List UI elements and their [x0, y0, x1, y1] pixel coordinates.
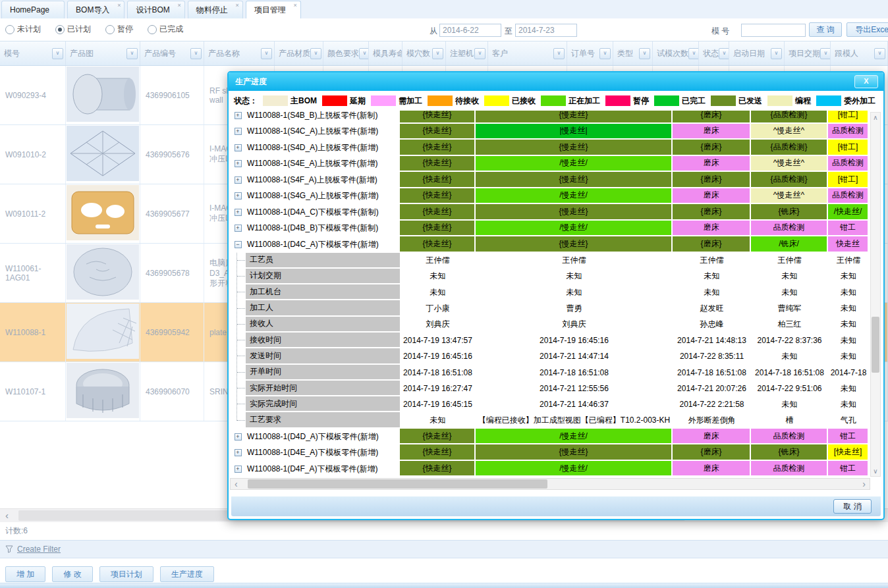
dialog-vertical-scrollbar[interactable]: ∧ ∨ — [870, 112, 881, 477]
search-button[interactable]: 查 询 — [809, 22, 842, 37]
column-header-9[interactable]: 注塑机∨ — [446, 41, 488, 65]
tree-row[interactable]: +W110088-1(D4F_A)下模板零件(新增){快走丝}/慢走丝/磨床品质… — [230, 461, 869, 477]
dialog-horizontal-scrollbar[interactable]: ‹ › — [230, 478, 870, 490]
radio-option-1[interactable]: 未计划 — [5, 24, 41, 35]
scroll-up-icon[interactable]: ∧ — [871, 114, 880, 121]
filter-dropdown-icon[interactable]: ∨ — [310, 48, 321, 59]
cancel-button[interactable]: 取 消 — [833, 499, 872, 514]
column-header-1[interactable]: 模号∨ — [0, 41, 66, 65]
filter-dropdown-icon[interactable]: ∨ — [474, 48, 486, 59]
tree-row[interactable]: +W110088-1(S4C_A)上脱板零件(新增){快走丝}|慢走丝|磨床^慢… — [230, 124, 869, 140]
column-header-2[interactable]: 产品图∨ — [66, 41, 140, 65]
column-header-6[interactable]: 颜色要求∨ — [323, 41, 369, 65]
expand-icon[interactable]: + — [235, 160, 242, 167]
tree-row[interactable]: +W110088-1(D4B_B)下模板零件(新制){快走丝}/慢走丝/磨床品质… — [230, 221, 869, 237]
expand-icon[interactable]: + — [235, 192, 242, 200]
radio-icon[interactable] — [5, 25, 14, 34]
filter-dropdown-icon[interactable]: ∨ — [553, 48, 565, 59]
create-filter-link[interactable]: Create Filter — [17, 545, 61, 554]
filter-dropdown-icon[interactable]: ∨ — [599, 48, 611, 59]
scroll-thumb[interactable] — [872, 317, 879, 373]
production-progress-button[interactable]: 生产进度 — [160, 566, 214, 582]
tree-row[interactable]: +W110088-1(D4E_A)下模板零件(新增){快走丝}{慢走丝}{磨床}… — [230, 444, 869, 461]
column-header-8[interactable]: 模穴数∨ — [402, 41, 446, 65]
tab-close-icon[interactable]: × — [235, 3, 238, 9]
filter-dropdown-icon[interactable]: ∨ — [719, 48, 729, 59]
add-button[interactable]: 增 加 — [5, 566, 45, 582]
filter-dropdown-icon[interactable]: ∨ — [874, 48, 885, 59]
column-header-16[interactable]: 项目交期∨ — [785, 41, 831, 65]
radio-icon[interactable] — [55, 25, 65, 34]
radio-icon[interactable] — [105, 25, 115, 34]
filter-dropdown-icon[interactable]: ∨ — [771, 48, 782, 59]
column-header-5[interactable]: 产品材质∨ — [275, 41, 323, 65]
column-header-13[interactable]: 试模次数∨ — [653, 41, 699, 65]
expand-icon[interactable]: + — [235, 128, 242, 135]
tab-3[interactable]: 设计BOM× — [127, 1, 184, 19]
scroll-right-icon[interactable]: › — [862, 479, 866, 489]
detail-value: 2014-7-22 8:37:36 — [751, 333, 828, 348]
detail-value: 2014-7-21 14:46:37 — [476, 396, 673, 412]
modify-button[interactable]: 修 改 — [52, 566, 92, 582]
expand-icon[interactable]: + — [235, 144, 242, 151]
tree-row[interactable]: −W110088-1(D4C_A)下模板零件(新增){快走丝}{慢走丝}{磨床}… — [230, 236, 869, 253]
column-header-10[interactable]: 客户∨ — [488, 41, 567, 65]
column-header-12[interactable]: 类型∨ — [613, 41, 653, 65]
tree-row[interactable]: +W110088-1(S4B_B)上脱板零件(新制){快走丝}{慢走丝}{磨床}… — [230, 111, 869, 124]
expand-icon[interactable]: + — [235, 209, 242, 216]
filter-dropdown-icon[interactable]: ∨ — [639, 48, 650, 59]
detail-value: 刘典庆 — [400, 317, 476, 333]
scroll-left-icon[interactable]: ‹ — [5, 509, 9, 521]
column-header-17[interactable]: 跟模人∨ — [831, 41, 888, 65]
filter-dropdown-icon[interactable]: ∨ — [359, 48, 369, 59]
tree-row[interactable]: +W110088-1(D4A_C)下模板零件(新制){快走丝}{慢走丝}{磨床}… — [230, 204, 869, 221]
tab-2[interactable]: BOM导入× — [67, 1, 125, 19]
close-icon[interactable]: X — [854, 75, 878, 88]
expand-icon[interactable]: + — [235, 466, 242, 473]
tab-close-icon[interactable]: × — [117, 3, 121, 9]
filter-dropdown-icon[interactable]: ∨ — [820, 48, 831, 59]
tab-4[interactable]: 物料停止× — [188, 1, 243, 19]
column-header-3[interactable]: 产品编号∨ — [140, 41, 204, 65]
expand-icon[interactable]: + — [235, 176, 242, 184]
column-header-11[interactable]: 订单号∨ — [567, 41, 613, 65]
expand-icon[interactable]: + — [235, 449, 242, 456]
expand-icon[interactable]: + — [235, 225, 242, 232]
date-to-input[interactable] — [515, 24, 577, 37]
expand-icon[interactable]: + — [235, 112, 242, 119]
mold-no-input[interactable] — [741, 24, 806, 37]
filter-dropdown-icon[interactable]: ∨ — [688, 48, 699, 59]
detail-value: 未知 — [828, 333, 869, 348]
column-header-4[interactable]: 产品名称∨ — [204, 41, 275, 65]
radio-icon[interactable] — [148, 25, 157, 34]
tab-1[interactable]: HomePage — [1, 1, 65, 19]
tree-row[interactable]: +W110088-1(D4D_A)下模板零件(新增){快走丝}/慢走丝/磨床品质… — [230, 429, 869, 445]
date-from-input[interactable] — [439, 24, 501, 37]
expand-icon[interactable]: + — [235, 433, 242, 441]
tree-row[interactable]: +W110088-1(S4D_A)上脱板零件(新增){快走丝}{慢走丝}{磨床}… — [230, 140, 869, 156]
radio-option-3[interactable]: 暂停 — [105, 24, 133, 35]
column-header-15[interactable]: 启动日期∨ — [729, 41, 785, 65]
radio-option-2[interactable]: 已计划 — [55, 24, 91, 35]
tree-row[interactable]: +W110088-1(S4E_A)上脱板零件(新增){快走丝}/慢走丝/磨床^慢… — [230, 156, 869, 173]
filter-dropdown-icon[interactable]: ∨ — [126, 48, 138, 59]
radio-option-4[interactable]: 已完成 — [148, 24, 183, 35]
export-excel-button[interactable]: 导出Excel — [846, 22, 888, 37]
project-plan-button[interactable]: 项目计划 — [99, 566, 153, 582]
scroll-left-icon[interactable]: ‹ — [235, 479, 238, 489]
legend-label: 状态： — [234, 95, 258, 107]
tab-5[interactable]: 项目管理× — [246, 1, 301, 19]
filter-dropdown-icon[interactable]: ∨ — [52, 48, 63, 59]
filter-dropdown-icon[interactable]: ∨ — [190, 48, 202, 59]
filter-dropdown-icon[interactable]: ∨ — [432, 48, 443, 59]
tab-close-icon[interactable]: × — [293, 3, 296, 9]
filter-dropdown-icon[interactable]: ∨ — [261, 48, 272, 59]
collapse-icon[interactable]: − — [235, 241, 242, 248]
column-header-7[interactable]: 模具寿命∨ — [369, 41, 402, 65]
tree-row[interactable]: +W110088-1(S4F_A)上脱板零件(新增){快走丝}{慢走丝}{磨床}… — [230, 172, 869, 188]
column-header-14[interactable]: 状态∨ — [699, 41, 729, 65]
scroll-down-icon[interactable]: ∨ — [871, 468, 880, 475]
tab-close-icon[interactable]: × — [177, 3, 180, 9]
tree-row[interactable]: +W110088-1(S4G_A)上脱板零件(新增){快走丝}/慢走丝/磨床^慢… — [230, 188, 869, 205]
scroll-thumb[interactable] — [248, 479, 547, 489]
